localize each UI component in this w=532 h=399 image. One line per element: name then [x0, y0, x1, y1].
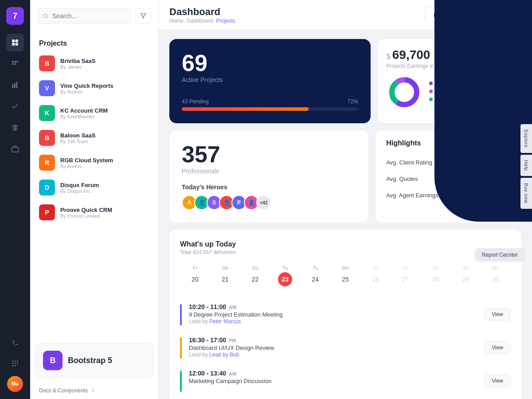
calendar-day[interactable]: Tu 24: [300, 262, 330, 289]
event-item: 10:20 - 11:00 AM 9 Degree Project Estima…: [180, 298, 511, 331]
report-center-button[interactable]: Report Cecnter: [475, 248, 525, 262]
calendar-day[interactable]: Fri 27: [391, 262, 421, 289]
calendar-day[interactable]: We 25: [330, 262, 360, 289]
calendar-day[interactable]: Mo 30: [481, 262, 511, 289]
nav-icon-chart[interactable]: [6, 76, 24, 94]
avatars-row: A👤S👤P👤+42: [182, 195, 356, 210]
user-avatar[interactable]: Me: [7, 376, 23, 392]
side-tab-button[interactable]: Explore: [520, 124, 532, 153]
event-view-button[interactable]: View: [484, 341, 511, 354]
nav-icon-apps[interactable]: [6, 355, 24, 372]
calendar-day[interactable]: Sa 28: [421, 262, 451, 289]
event-lead-link[interactable]: Peter Marcus: [209, 318, 241, 325]
legend-value: $7,660: [496, 80, 512, 86]
svg-rect-8: [15, 63, 16, 65]
svg-rect-2: [12, 43, 15, 46]
nav-avatar[interactable]: 7: [6, 7, 24, 25]
main-wrapper: ExploreHelpBuy now Report Cecnter Dashbo…: [159, 0, 532, 399]
project-item[interactable]: B Briviba SaaS By James: [30, 51, 158, 76]
progress-label: 43 Pending 72%: [182, 98, 358, 105]
project-item[interactable]: V Vine Quick Reports By Andres: [30, 76, 158, 101]
page-title: Dashboard: [169, 6, 235, 18]
side-tab-button[interactable]: Help: [520, 155, 532, 176]
event-view-button[interactable]: View: [484, 308, 511, 321]
project-logo: K: [39, 105, 55, 121]
event-lead-link[interactable]: Lead by Bob: [209, 352, 239, 358]
project-by: By Proove Limited: [60, 213, 149, 219]
nav-icon-briefcase[interactable]: [6, 140, 24, 158]
project-by: By Keenthemes: [60, 114, 149, 119]
project-item[interactable]: B Baloon SaaS By SIA Team: [30, 125, 158, 150]
side-tab-button[interactable]: Buy now: [520, 178, 532, 209]
nav-icon-check[interactable]: [6, 98, 24, 115]
hero-avatar: +42: [256, 195, 271, 210]
new-goal-button[interactable]: New Goal: [475, 8, 521, 23]
legend-left: Leaf CRM: [429, 80, 459, 86]
calendar-day[interactable]: Tu 23: [270, 262, 300, 289]
highlight-row: Avg. Client Rating ↗ 7.8 10: [386, 154, 511, 171]
cal-day-num: 24: [308, 272, 322, 286]
calendar-day[interactable]: Su 22: [240, 262, 270, 289]
row-1: 69 Active Projects 43 Pending 72%: [169, 39, 521, 123]
nav-icon-layers[interactable]: [6, 119, 24, 137]
event-view-button[interactable]: View: [484, 375, 511, 387]
calendar-day[interactable]: Sa 21: [210, 262, 240, 289]
event-ampm: PM: [229, 338, 236, 343]
svg-rect-1: [16, 39, 18, 42]
project-logo: B: [39, 55, 55, 71]
professionals-count: 357: [182, 143, 356, 166]
header-actions: New User New Goal: [424, 8, 521, 23]
cal-day-num: 30: [489, 272, 503, 286]
project-name: Briviba SaaS: [60, 58, 149, 64]
header-left: Dashboard Home- Dashboard- Projects: [169, 6, 235, 24]
legend-label: Others: [435, 96, 451, 102]
nav-icon-terminal[interactable]: [6, 333, 24, 351]
search-input[interactable]: [52, 12, 126, 20]
bootstrap-title: Bootstrap 5: [68, 356, 112, 365]
svg-rect-0: [12, 39, 15, 42]
active-projects-card: 69 Active Projects 43 Pending 72%: [169, 39, 371, 123]
docs-link[interactable]: Docs & Components: [30, 383, 158, 399]
legend-dot: [429, 90, 433, 93]
active-projects-count: 69: [182, 51, 358, 74]
project-logo: P: [39, 204, 55, 220]
event-lead: Lead by Peter Marcus: [189, 318, 477, 325]
calendar-day[interactable]: Tu 26: [360, 262, 391, 289]
cal-day-name: Tu: [302, 265, 329, 270]
svg-marker-24: [141, 14, 146, 19]
project-item[interactable]: R RGB Cloud System By Andrei: [30, 150, 158, 175]
new-user-button[interactable]: New User: [424, 8, 470, 23]
calendar-day[interactable]: Fr 20: [180, 262, 210, 289]
project-name: KC Account CRM: [60, 107, 149, 114]
project-item[interactable]: D Disqus Forum By Disqus Inc.: [30, 175, 158, 200]
nav-icon-dashboard[interactable]: [6, 34, 24, 51]
event-ampm: AM: [229, 305, 236, 310]
nav-icon-grid[interactable]: [6, 55, 24, 73]
project-by: By Andrei: [60, 164, 149, 169]
highlight-value: 7.8: [494, 159, 502, 166]
event-content: 10:20 - 11:00 AM 9 Degree Project Estima…: [189, 303, 477, 325]
legend-item: Others $45,257: [429, 96, 512, 102]
event-ampm: AM: [229, 371, 236, 376]
filter-button[interactable]: [135, 8, 151, 24]
legend-label: Leaf CRM: [435, 80, 459, 86]
svg-rect-7: [12, 63, 14, 65]
earnings-value: 69,700: [392, 48, 430, 62]
highlight-val-wrap: ↙ 730: [495, 175, 511, 182]
highlight-row: Avg. Quotes ↙ 730: [386, 171, 511, 187]
calendar-day[interactable]: Su 29: [450, 262, 481, 289]
event-content: 12:00 - 13:40 AM Marketing Campaign Disc…: [189, 370, 477, 384]
deliveries-label: Total 424,567 deliveries: [180, 249, 511, 255]
earnings-card: $ 69,700 ▲ 2.2% Projects Earnings in Apr…: [378, 39, 521, 123]
search-box[interactable]: [37, 8, 132, 23]
highlight-label: Avg. Quotes: [386, 176, 418, 182]
whats-up-card: What's up Today Total 424,567 deliveries…: [169, 230, 521, 399]
svg-point-20: [12, 365, 13, 367]
header: Dashboard Home- Dashboard- Projects New …: [159, 0, 532, 30]
svg-rect-9: [12, 85, 13, 88]
sidebar: Projects B Briviba SaaS By James V Vine …: [30, 0, 159, 399]
highlight-value: $2,309: [492, 192, 511, 199]
project-item[interactable]: K KC Account CRM By Keenthemes: [30, 101, 158, 125]
event-title: 9 Degree Project Estimation Meeting: [189, 311, 477, 318]
project-item[interactable]: P Proove Quick CRM By Proove Limited: [30, 200, 158, 225]
